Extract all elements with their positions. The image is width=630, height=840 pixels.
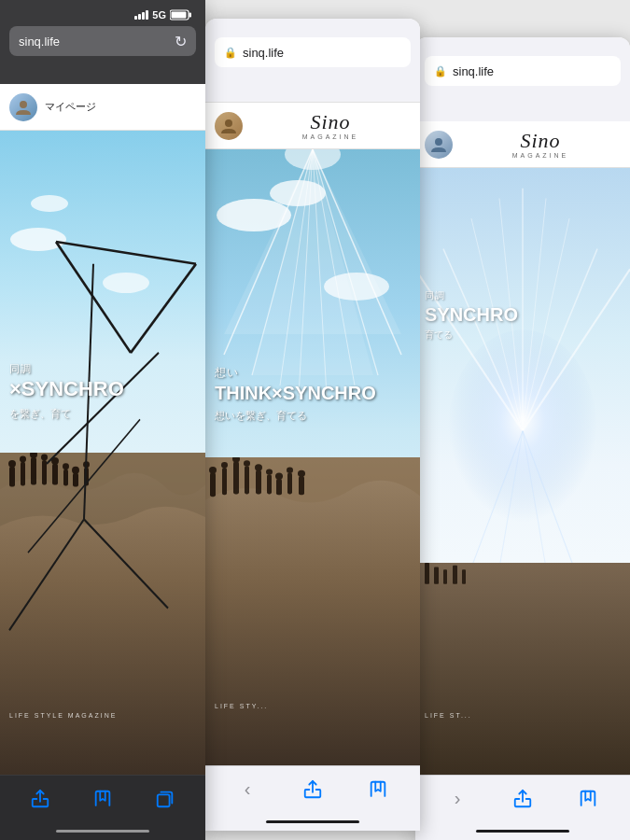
signal-icon — [134, 10, 148, 20]
avatar-card2 — [215, 112, 243, 140]
svg-rect-51 — [256, 470, 261, 495]
svg-rect-2 — [172, 12, 187, 19]
svg-line-28 — [84, 519, 168, 608]
back-chevron: ‹ — [245, 778, 251, 800]
bookmarks-button-card3[interactable] — [571, 782, 605, 816]
bookmarks-button-card2[interactable] — [361, 773, 395, 806]
hero-ground-card3 — [415, 563, 630, 776]
share-button-card2[interactable] — [296, 773, 329, 806]
svg-point-58 — [287, 468, 293, 473]
lock-icon-card3: 🔒 — [434, 65, 447, 77]
svg-line-22 — [131, 264, 196, 353]
hero-subtitle: 同調 — [9, 362, 196, 376]
url-text-card2: sinq.life — [243, 46, 401, 60]
svg-point-30 — [225, 119, 232, 127]
site-header: マイページ — [0, 84, 205, 131]
status-bar: 5G — [9, 7, 196, 22]
browser-chrome-card2: 🔒 sinq.life — [205, 19, 420, 103]
hero-subtitle-card2: 想い — [215, 365, 411, 381]
hero-area-card2: 想い THINK×SYNCHRO 想いを繋ぎ、育てる LIFE STY... — [205, 149, 420, 765]
svg-point-44 — [209, 467, 217, 473]
svg-rect-1 — [189, 13, 192, 18]
svg-rect-78 — [425, 563, 429, 584]
toolbar-card2: ‹ — [205, 765, 420, 812]
address-bar-card2[interactable]: 🔒 sinq.life — [215, 37, 411, 67]
hero-title-card3: SYNCHRO — [425, 304, 621, 325]
site-header-card2: Sino MAGAZINE — [205, 103, 420, 149]
sino-logo-card2: Sino MAGAZINE — [250, 112, 411, 140]
svg-rect-29 — [157, 794, 169, 806]
svg-rect-45 — [222, 468, 227, 495]
svg-point-52 — [255, 464, 262, 470]
svg-rect-47 — [233, 462, 239, 495]
svg-rect-81 — [453, 565, 457, 583]
hero-title-card2: THINK×SYNCHRO — [215, 383, 411, 403]
avatar-card3 — [425, 131, 453, 159]
reload-icon[interactable]: ↻ — [175, 33, 187, 50]
svg-line-26 — [28, 419, 140, 553]
svg-point-46 — [221, 462, 228, 468]
home-bar-card1 — [56, 830, 149, 833]
home-bar-card3 — [476, 830, 569, 833]
lifestyle-tag-card2: LIFE STY... — [215, 703, 268, 709]
network-type: 5G — [152, 9, 166, 21]
back-button-card3[interactable]: › — [441, 782, 474, 816]
hero-text-overlay-card3: 同調 SYNCHRO 育てる — [415, 289, 630, 342]
rock-svg-card3 — [415, 563, 630, 776]
lifestyle-tag: LIFE STYLE MAGAZINE — [9, 712, 117, 719]
browser-card-active[interactable]: 5G sinq.life ↻ マイページ — [0, 0, 205, 840]
site-header-card3: Sino MAGAZINE — [415, 121, 630, 168]
hero-title: ×SYNCHRO — [9, 378, 196, 400]
mypage-link[interactable]: マイページ — [45, 100, 96, 114]
hero-area-card1: 同調 ×SYNCHRO を繋ぎ、育て LIFE STYLE MAGAZINE — [0, 131, 205, 775]
svg-rect-79 — [434, 567, 439, 583]
share-button[interactable] — [23, 782, 57, 816]
home-indicator-card2 — [205, 812, 420, 831]
bookmarks-button[interactable] — [86, 782, 119, 816]
svg-point-56 — [275, 473, 283, 480]
svg-point-3 — [20, 101, 27, 108]
hero-desc-card2: 想いを繋ぎ、育てる — [215, 409, 411, 423]
browser-chrome-card3: 🔒 sinq.life — [415, 37, 630, 121]
svg-point-60 — [298, 470, 305, 477]
address-bar-dark[interactable]: sinq.life ↻ — [9, 26, 196, 56]
sino-logo-card3: Sino MAGAZINE — [460, 131, 621, 159]
browser-card-far[interactable]: 🔒 sinq.life Sino MAGAZINE — [415, 37, 630, 840]
address-bar-card3[interactable]: 🔒 sinq.life — [425, 56, 621, 86]
lock-icon-card2: 🔒 — [224, 47, 237, 59]
svg-line-23 — [56, 242, 196, 264]
svg-line-27 — [9, 519, 84, 630]
hero-desc-card3: 育てる — [425, 329, 621, 342]
toolbar-card1 — [0, 775, 205, 821]
tabs-button[interactable] — [148, 782, 182, 816]
svg-rect-76 — [415, 563, 630, 776]
svg-rect-42 — [205, 457, 420, 765]
home-indicator-card1 — [0, 821, 205, 840]
svg-rect-57 — [287, 473, 292, 495]
lifestyle-tag-card3: LIFE ST... — [425, 712, 472, 719]
hero-text-overlay-card2: 想い THINK×SYNCHRO 想いを繋ぎ、育てる — [205, 365, 420, 423]
battery-icon — [170, 9, 192, 21]
url-text: sinq.life — [19, 35, 169, 49]
logo-text-card2: Sino — [310, 112, 350, 133]
hero-text-overlay: 同調 ×SYNCHRO を繋ぎ、育て — [0, 362, 205, 420]
hero-area-card3: 同調 SYNCHRO 育てる LIFE ST... — [415, 168, 630, 775]
svg-point-41 — [285, 149, 341, 170]
back-button-card2[interactable]: ‹ — [231, 773, 264, 806]
url-text-card3: sinq.life — [453, 64, 611, 78]
home-bar-card2 — [266, 820, 359, 823]
svg-rect-59 — [299, 476, 304, 495]
hero-desc: を繋ぎ、育て — [9, 407, 196, 421]
back-chevron-card3: › — [455, 788, 461, 809]
share-button-card3[interactable] — [506, 782, 539, 816]
svg-rect-80 — [443, 569, 447, 583]
browser-card-middle[interactable]: 🔒 sinq.life Sino MAGAZINE — [205, 19, 420, 831]
mag-text-card2: MAGAZINE — [302, 133, 359, 140]
svg-rect-49 — [245, 466, 249, 494]
mag-text-card3: MAGAZINE — [512, 152, 569, 159]
toolbar-card3: › — [415, 775, 630, 821]
geo-lines-overlay — [0, 131, 205, 775]
svg-rect-82 — [462, 569, 466, 583]
hero-subtitle-card3: 同調 — [425, 289, 621, 302]
svg-rect-43 — [210, 473, 216, 497]
